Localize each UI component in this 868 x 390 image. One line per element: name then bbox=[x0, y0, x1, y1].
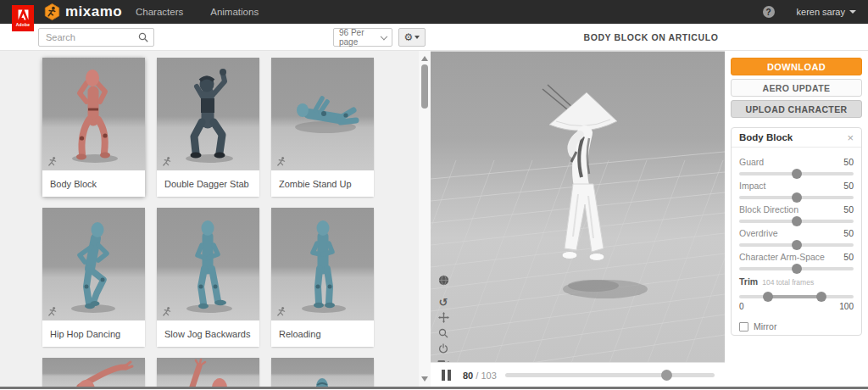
pause-button[interactable] bbox=[442, 370, 453, 381]
slider-handle[interactable] bbox=[792, 216, 802, 226]
mirror-checkbox[interactable] bbox=[739, 322, 748, 332]
search-box bbox=[38, 28, 154, 47]
character-render bbox=[271, 58, 374, 170]
animation-run-icon bbox=[275, 306, 287, 317]
trim-max: 100 bbox=[839, 302, 854, 311]
settings-gear-button[interactable]: ⚙ bbox=[398, 28, 426, 47]
zoom-icon[interactable] bbox=[437, 326, 450, 339]
card-label: Hip Hop Dancing bbox=[42, 320, 145, 347]
trim-minmax: 0 100 bbox=[739, 302, 854, 311]
slider-row-block-direction: Block Direction 50 bbox=[739, 202, 854, 214]
slider-handle[interactable] bbox=[792, 169, 802, 179]
pan-move-icon[interactable] bbox=[437, 311, 450, 324]
per-page-select[interactable]: 96 Per page bbox=[333, 28, 392, 47]
nav-animations[interactable]: Animations bbox=[210, 7, 259, 17]
animation-card-slow-jog-backwards[interactable]: Slow Jog Backwards bbox=[157, 208, 259, 347]
panel-title: Body Block bbox=[739, 132, 793, 142]
character-render bbox=[157, 208, 259, 320]
trim-selected-range bbox=[768, 295, 821, 298]
trim-label: Trim bbox=[739, 276, 758, 287]
rotate-icon[interactable]: ↺ bbox=[437, 296, 450, 309]
thumbnail bbox=[157, 358, 259, 387]
3d-viewport[interactable]: ↺ bbox=[431, 51, 725, 362]
animations-panel: Body Block bbox=[0, 51, 419, 387]
card-label: Slow Jog Backwards bbox=[157, 320, 259, 347]
trim-start-handle[interactable] bbox=[763, 292, 773, 302]
arm-space-slider[interactable] bbox=[739, 267, 854, 270]
trim-range-slider[interactable] bbox=[739, 295, 854, 298]
slider-row-arm-space: Character Arm-Space 50 bbox=[739, 249, 854, 262]
slider-label: Character Arm-Space bbox=[739, 252, 825, 262]
animation-card-double-dagger-stab[interactable]: Double Dagger Stab bbox=[157, 58, 259, 197]
aero-update-button[interactable]: AERO UPDATE bbox=[731, 79, 862, 97]
slider-label: Block Direction bbox=[739, 204, 798, 214]
timeline-slider[interactable] bbox=[505, 373, 715, 377]
animation-card-body-block[interactable]: Body Block bbox=[42, 58, 145, 197]
overdrive-slider[interactable] bbox=[739, 243, 854, 247]
viewport-toolbar: ↺ bbox=[437, 274, 450, 362]
block-direction-slider[interactable] bbox=[739, 220, 854, 223]
trim-total-frames: 104 total frames bbox=[762, 278, 814, 287]
animation-card-hip-hop-dancing[interactable]: Hip Hop Dancing bbox=[42, 208, 145, 347]
character-render bbox=[271, 208, 374, 320]
impact-slider[interactable] bbox=[739, 196, 854, 199]
adobe-a-icon bbox=[17, 9, 30, 20]
animation-card-zombie-stand-up[interactable]: Zombie Stand Up bbox=[271, 58, 374, 197]
thumbnail bbox=[42, 358, 145, 387]
mixamo-brand[interactable]: mixamo bbox=[44, 3, 122, 20]
character-render bbox=[42, 358, 145, 387]
slider-value: 50 bbox=[843, 204, 854, 214]
cards-grid: Body Block bbox=[42, 58, 398, 387]
brand-name: mixamo bbox=[65, 3, 122, 20]
card-label: Reloading bbox=[271, 320, 374, 347]
animation-card-partial[interactable] bbox=[157, 358, 259, 387]
left-panel-scrollbar[interactable] bbox=[419, 51, 431, 387]
download-button[interactable]: DOWNLOAD bbox=[731, 58, 862, 75]
animation-card-reloading[interactable]: Reloading bbox=[271, 208, 374, 347]
world-view-icon[interactable] bbox=[437, 274, 450, 287]
scroll-up-icon[interactable] bbox=[421, 54, 428, 61]
user-menu[interactable]: keren saray bbox=[797, 7, 856, 17]
panel-header: Body Block × bbox=[732, 128, 861, 148]
slider-value: 50 bbox=[843, 157, 854, 167]
upload-character-button[interactable]: UPLOAD CHARACTER bbox=[731, 100, 862, 118]
thumbnail bbox=[157, 58, 259, 170]
adobe-logo[interactable]: Adobe bbox=[12, 5, 34, 31]
help-icon[interactable]: ? bbox=[763, 6, 775, 18]
nav-characters[interactable]: Characters bbox=[136, 7, 183, 17]
chevron-down-icon bbox=[381, 32, 387, 39]
scroll-down-icon[interactable] bbox=[421, 376, 428, 383]
slider-handle[interactable] bbox=[792, 192, 802, 203]
right-sidebar: DOWNLOAD AERO UPDATE UPLOAD CHARACTER Bo… bbox=[725, 51, 868, 387]
thumbnail bbox=[42, 58, 145, 170]
power-reset-icon[interactable] bbox=[437, 342, 450, 354]
mirror-option[interactable]: Mirror bbox=[739, 321, 854, 332]
timeline-handle[interactable] bbox=[661, 370, 672, 381]
header-strip: 96 Per page ⚙ BODY BLOCK ON ARTICULO bbox=[0, 24, 868, 51]
panel-body: Guard 50 Impact 50 Block Direction 50 Ov… bbox=[732, 148, 861, 332]
animation-card-partial[interactable] bbox=[42, 358, 145, 387]
preview-character bbox=[505, 67, 683, 321]
topbar-right: ? keren saray bbox=[763, 0, 856, 24]
thumbnail bbox=[271, 358, 374, 387]
guard-slider[interactable] bbox=[739, 172, 854, 176]
animation-run-icon bbox=[161, 156, 172, 167]
slider-row-impact: Impact 50 bbox=[739, 178, 854, 191]
gear-icon: ⚙ bbox=[404, 32, 414, 42]
mixamo-logo-icon bbox=[44, 3, 60, 20]
trim-min: 0 bbox=[739, 302, 744, 311]
per-page-value: 96 Per page bbox=[339, 28, 381, 47]
search-input[interactable] bbox=[38, 28, 154, 47]
trim-end-handle[interactable] bbox=[816, 292, 826, 302]
scrollbar-thumb[interactable] bbox=[421, 64, 428, 109]
card-label: Zombie Stand Up bbox=[271, 170, 374, 197]
playback-bar: 80 / 103 bbox=[431, 362, 725, 387]
close-icon[interactable]: × bbox=[847, 132, 854, 143]
slider-handle[interactable] bbox=[792, 264, 802, 274]
animation-run-icon bbox=[47, 306, 58, 317]
slider-handle[interactable] bbox=[792, 240, 802, 250]
chevron-down-icon bbox=[415, 36, 420, 39]
adobe-word: Adobe bbox=[16, 22, 31, 27]
animation-card-partial[interactable] bbox=[271, 358, 374, 387]
character-render bbox=[42, 208, 145, 320]
